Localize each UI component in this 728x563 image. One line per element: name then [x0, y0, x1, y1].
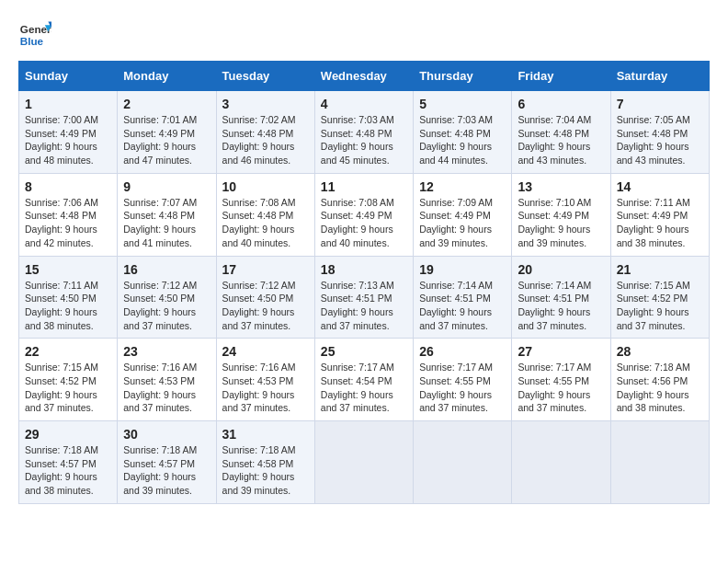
day-number: 8 [25, 179, 111, 194]
day-details: Sunrise: 7:00 AMSunset: 4:49 PMDaylight:… [25, 113, 111, 167]
day-number: 3 [222, 97, 309, 111]
calendar-cell: 4Sunrise: 7:03 AMSunset: 4:48 PMDaylight… [314, 91, 413, 174]
day-header-friday: Friday [512, 62, 610, 91]
day-number: 26 [419, 344, 506, 359]
day-number: 31 [222, 427, 309, 442]
day-number: 23 [123, 344, 210, 359]
day-number: 14 [617, 179, 703, 194]
day-details: Sunrise: 7:10 AMSunset: 4:49 PMDaylight:… [518, 196, 604, 250]
day-number: 9 [123, 179, 210, 194]
day-details: Sunrise: 7:18 AMSunset: 4:56 PMDaylight:… [617, 361, 703, 415]
day-number: 10 [222, 179, 309, 194]
day-details: Sunrise: 7:15 AMSunset: 4:52 PMDaylight:… [617, 279, 703, 333]
calendar-cell: 12Sunrise: 7:09 AMSunset: 4:49 PMDayligh… [414, 173, 512, 256]
day-number: 30 [123, 427, 210, 442]
day-header-monday: Monday [118, 62, 216, 91]
calendar-cell: 26Sunrise: 7:17 AMSunset: 4:55 PMDayligh… [414, 339, 512, 421]
calendar-cell [512, 421, 610, 504]
day-details: Sunrise: 7:11 AMSunset: 4:49 PMDaylight:… [617, 196, 703, 250]
day-details: Sunrise: 7:18 AMSunset: 4:58 PMDaylight:… [222, 443, 309, 498]
day-details: Sunrise: 7:12 AMSunset: 4:50 PMDaylight:… [222, 279, 309, 333]
calendar-cell: 2Sunrise: 7:01 AMSunset: 4:49 PMDaylight… [118, 91, 216, 174]
day-details: Sunrise: 7:04 AMSunset: 4:48 PMDaylight:… [518, 113, 604, 167]
day-details: Sunrise: 7:17 AMSunset: 4:55 PMDaylight:… [419, 361, 506, 415]
day-details: Sunrise: 7:07 AMSunset: 4:48 PMDaylight:… [123, 196, 210, 250]
day-number: 29 [25, 427, 111, 442]
calendar-week-row: 1Sunrise: 7:00 AMSunset: 4:49 PMDaylight… [19, 91, 710, 174]
calendar-week-row: 22Sunrise: 7:15 AMSunset: 4:52 PMDayligh… [19, 339, 710, 421]
day-details: Sunrise: 7:03 AMSunset: 4:48 PMDaylight:… [419, 113, 506, 167]
day-details: Sunrise: 7:01 AMSunset: 4:49 PMDaylight:… [123, 113, 210, 167]
calendar-cell: 9Sunrise: 7:07 AMSunset: 4:48 PMDaylight… [118, 173, 216, 256]
day-number: 19 [419, 262, 506, 277]
calendar-cell: 21Sunrise: 7:15 AMSunset: 4:52 PMDayligh… [610, 256, 709, 339]
day-header-thursday: Thursday [414, 62, 512, 91]
day-header-saturday: Saturday [610, 62, 709, 91]
day-number: 4 [321, 97, 407, 111]
calendar-week-row: 15Sunrise: 7:11 AMSunset: 4:50 PMDayligh… [19, 256, 710, 339]
day-details: Sunrise: 7:17 AMSunset: 4:55 PMDaylight:… [518, 361, 604, 415]
calendar-cell: 18Sunrise: 7:13 AMSunset: 4:51 PMDayligh… [314, 256, 413, 339]
day-number: 6 [518, 97, 604, 111]
day-header-sunday: Sunday [19, 62, 118, 91]
day-number: 17 [222, 262, 309, 277]
day-details: Sunrise: 7:13 AMSunset: 4:51 PMDaylight:… [321, 279, 407, 333]
day-header-tuesday: Tuesday [216, 62, 314, 91]
calendar-cell: 7Sunrise: 7:05 AMSunset: 4:48 PMDaylight… [610, 91, 709, 174]
day-number: 21 [617, 262, 703, 277]
page-header: General Blue [18, 18, 710, 52]
calendar-cell: 19Sunrise: 7:14 AMSunset: 4:51 PMDayligh… [414, 256, 512, 339]
day-details: Sunrise: 7:03 AMSunset: 4:48 PMDaylight:… [321, 113, 407, 167]
day-number: 25 [321, 344, 407, 359]
calendar-cell: 17Sunrise: 7:12 AMSunset: 4:50 PMDayligh… [216, 256, 314, 339]
day-number: 20 [518, 262, 604, 277]
day-details: Sunrise: 7:08 AMSunset: 4:49 PMDaylight:… [321, 196, 407, 250]
day-number: 15 [25, 262, 111, 277]
svg-text:Blue: Blue [20, 35, 44, 47]
day-details: Sunrise: 7:05 AMSunset: 4:48 PMDaylight:… [617, 113, 703, 167]
day-number: 24 [222, 344, 309, 359]
day-details: Sunrise: 7:09 AMSunset: 4:49 PMDaylight:… [419, 196, 506, 250]
calendar-cell: 10Sunrise: 7:08 AMSunset: 4:48 PMDayligh… [216, 173, 314, 256]
day-details: Sunrise: 7:14 AMSunset: 4:51 PMDaylight:… [419, 279, 506, 333]
day-number: 13 [518, 179, 604, 194]
day-number: 11 [321, 179, 407, 194]
calendar-cell [414, 421, 512, 504]
calendar-cell: 14Sunrise: 7:11 AMSunset: 4:49 PMDayligh… [610, 173, 709, 256]
calendar-cell [610, 421, 709, 504]
day-number: 1 [25, 97, 111, 111]
day-details: Sunrise: 7:16 AMSunset: 4:53 PMDaylight:… [222, 361, 309, 415]
calendar-cell: 13Sunrise: 7:10 AMSunset: 4:49 PMDayligh… [512, 173, 610, 256]
calendar-cell: 28Sunrise: 7:18 AMSunset: 4:56 PMDayligh… [610, 339, 709, 421]
logo: General Blue [18, 18, 51, 52]
calendar-cell: 29Sunrise: 7:18 AMSunset: 4:57 PMDayligh… [19, 421, 118, 504]
day-details: Sunrise: 7:06 AMSunset: 4:48 PMDaylight:… [25, 196, 111, 250]
calendar-cell: 24Sunrise: 7:16 AMSunset: 4:53 PMDayligh… [216, 339, 314, 421]
calendar-cell: 5Sunrise: 7:03 AMSunset: 4:48 PMDaylight… [414, 91, 512, 174]
calendar-cell: 27Sunrise: 7:17 AMSunset: 4:55 PMDayligh… [512, 339, 610, 421]
day-details: Sunrise: 7:02 AMSunset: 4:48 PMDaylight:… [222, 113, 309, 167]
calendar-table: SundayMondayTuesdayWednesdayThursdayFrid… [18, 61, 710, 504]
day-number: 2 [123, 97, 210, 111]
calendar-cell [314, 421, 413, 504]
day-number: 28 [617, 344, 703, 359]
day-number: 18 [321, 262, 407, 277]
calendar-header-row: SundayMondayTuesdayWednesdayThursdayFrid… [19, 62, 710, 91]
calendar-cell: 11Sunrise: 7:08 AMSunset: 4:49 PMDayligh… [314, 173, 413, 256]
calendar-week-row: 8Sunrise: 7:06 AMSunset: 4:48 PMDaylight… [19, 173, 710, 256]
day-details: Sunrise: 7:12 AMSunset: 4:50 PMDaylight:… [123, 279, 210, 333]
day-details: Sunrise: 7:08 AMSunset: 4:48 PMDaylight:… [222, 196, 309, 250]
calendar-cell: 25Sunrise: 7:17 AMSunset: 4:54 PMDayligh… [314, 339, 413, 421]
calendar-cell: 1Sunrise: 7:00 AMSunset: 4:49 PMDaylight… [19, 91, 118, 174]
calendar-cell: 15Sunrise: 7:11 AMSunset: 4:50 PMDayligh… [19, 256, 118, 339]
day-number: 5 [419, 97, 506, 111]
logo-icon: General Blue [18, 18, 51, 52]
calendar-cell: 20Sunrise: 7:14 AMSunset: 4:51 PMDayligh… [512, 256, 610, 339]
day-number: 16 [123, 262, 210, 277]
calendar-cell: 3Sunrise: 7:02 AMSunset: 4:48 PMDaylight… [216, 91, 314, 174]
day-number: 27 [518, 344, 604, 359]
day-details: Sunrise: 7:18 AMSunset: 4:57 PMDaylight:… [123, 443, 210, 498]
calendar-cell: 31Sunrise: 7:18 AMSunset: 4:58 PMDayligh… [216, 421, 314, 504]
calendar-week-row: 29Sunrise: 7:18 AMSunset: 4:57 PMDayligh… [19, 421, 710, 504]
day-details: Sunrise: 7:11 AMSunset: 4:50 PMDaylight:… [25, 279, 111, 333]
